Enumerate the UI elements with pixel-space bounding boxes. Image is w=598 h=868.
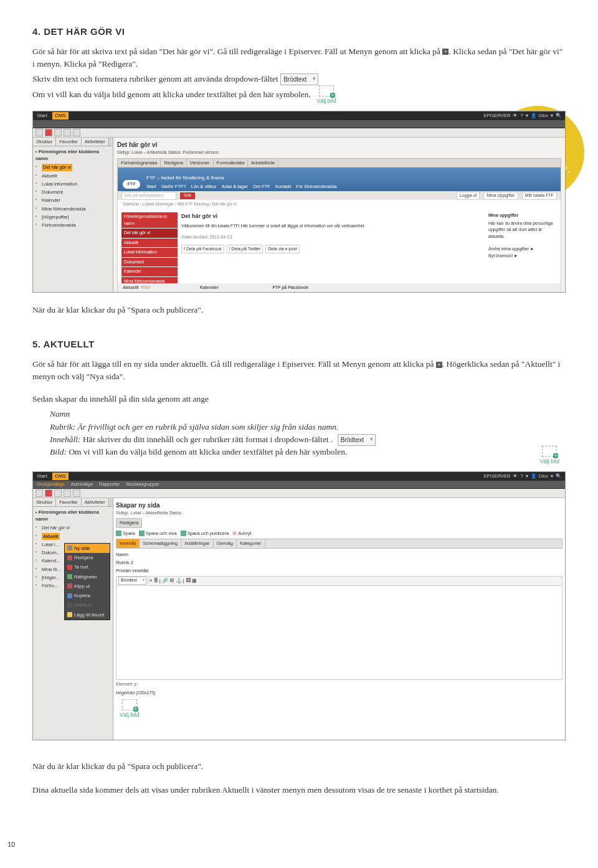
brodtext-dropdown[interactable]: Brödtext — [280, 73, 318, 85]
copy-icon — [67, 593, 72, 598]
close-icon — [45, 489, 52, 497]
new-icon — [67, 545, 72, 550]
section4-para1: Gör så här för att skriva text på sidan … — [32, 45, 566, 71]
image-icon: 🖼 — [186, 577, 191, 585]
favorite-icon — [67, 612, 72, 617]
numbered-list-icon: ≣ — [154, 577, 158, 585]
search-icon: 🔍 — [556, 473, 561, 479]
twitter-icon: t — [229, 246, 230, 253]
ftf-logo: FTF — [123, 180, 140, 189]
search-icon: 🔍 — [556, 112, 561, 119]
cut-icon — [67, 583, 72, 588]
facebook-icon: f — [184, 246, 185, 253]
brodtext-dropdown[interactable]: Brödtext — [338, 434, 376, 446]
unlink-icon: ⛓ — [169, 577, 174, 585]
anchor-icon: ⚓ — [176, 577, 182, 585]
valj-bild-icon[interactable]: Välj bild — [316, 85, 336, 106]
section4-heading: 4. DET HÄR GÖR VI — [32, 25, 566, 39]
valj-bild-icon[interactable]: Välj bild — [539, 446, 559, 466]
valj-bild-icon[interactable]: Välj bild — [120, 699, 140, 720]
user-icon: 👤 — [531, 473, 536, 479]
bullet-list-icon: ≡ — [150, 577, 153, 585]
table-icon: ▦ — [192, 577, 197, 585]
plus-icon: + — [436, 362, 442, 368]
save-icon — [116, 531, 121, 536]
context-menu[interactable]: Ny sida Redigera Ta bort Rättigheter Kli… — [64, 543, 110, 620]
section5-heading: 5. AKTUELLT — [32, 337, 566, 352]
section4-after: När du är klar klickar du på "Spara och … — [32, 304, 566, 316]
permissions-icon — [67, 574, 72, 579]
delete-icon — [67, 565, 72, 570]
cancel-icon: ⊘ — [232, 530, 237, 537]
save-publish-icon — [181, 531, 186, 536]
save-view-icon — [139, 531, 145, 536]
section5-para1: Gör så här för att lägga till en ny sida… — [32, 358, 566, 384]
episerver-newpage-screenshot: Start CMS EPISERVER 👁 ?▾ 👤 Olov▾ 🔍 Redig… — [32, 471, 566, 740]
plus-icon: + — [442, 49, 448, 55]
user-icon: 👤 — [531, 112, 536, 119]
eye-icon: 👁 — [513, 473, 518, 479]
edit-icon — [67, 555, 72, 560]
eye-icon: 👁 — [513, 112, 518, 119]
episerver-preview-screenshot: Start CMS EPISERVER 👁 ?▾ 👤 Olov▾ 🔍 Struk… — [32, 111, 566, 293]
link-icon: 🔗 — [162, 577, 168, 585]
paste-icon — [67, 603, 72, 608]
close-icon — [45, 129, 52, 136]
section4-para2: Skriv din text och formatera rubriker ge… — [32, 73, 566, 106]
